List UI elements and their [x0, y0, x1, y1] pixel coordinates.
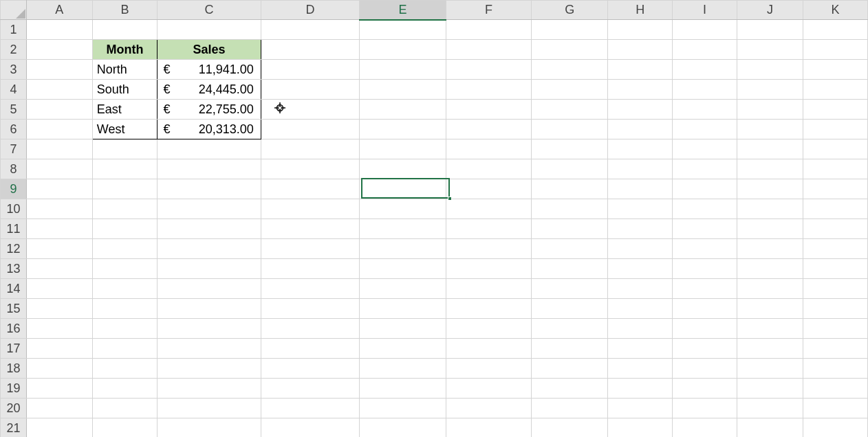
cell-k15[interactable] — [803, 299, 867, 319]
cell-d4[interactable] — [261, 80, 359, 100]
cell-k12[interactable] — [803, 239, 867, 259]
cell-i5[interactable] — [673, 100, 737, 120]
cell-a2[interactable] — [26, 40, 92, 60]
cell-j2[interactable] — [737, 40, 803, 60]
cell-g19[interactable] — [532, 379, 608, 399]
row-header-12[interactable]: 12 — [1, 239, 27, 259]
cell-k2[interactable] — [803, 40, 867, 60]
cell-e10[interactable] — [360, 199, 446, 219]
cell-i3[interactable] — [673, 60, 737, 80]
cell-c4[interactable]: €24,445.00 — [158, 80, 261, 100]
col-header-c[interactable]: C — [158, 1, 261, 20]
fill-handle[interactable] — [448, 197, 452, 201]
cell-c12[interactable] — [158, 239, 261, 259]
col-header-i[interactable]: I — [673, 1, 737, 20]
cell-h8[interactable] — [608, 159, 673, 179]
cell-a18[interactable] — [26, 359, 92, 379]
cell-i21[interactable] — [673, 418, 737, 438]
cell-h17[interactable] — [608, 339, 673, 359]
cell-f1[interactable] — [446, 20, 532, 40]
cell-j17[interactable] — [737, 339, 803, 359]
row-header-19[interactable]: 19 — [1, 379, 27, 399]
cell-e8[interactable] — [360, 159, 446, 179]
cell-g9[interactable] — [532, 179, 608, 199]
cell-k14[interactable] — [803, 279, 867, 299]
cell-d21[interactable] — [261, 418, 359, 438]
cell-i14[interactable] — [673, 279, 737, 299]
cell-e14[interactable] — [360, 279, 446, 299]
cell-f11[interactable] — [446, 219, 532, 239]
cell-i19[interactable] — [673, 379, 737, 399]
cell-h20[interactable] — [608, 399, 673, 418]
grid[interactable]: A B C D E F G H I J K 1 2 Month Sales 3 … — [0, 0, 868, 437]
row-header-5[interactable]: 5 — [1, 100, 27, 120]
cell-f16[interactable] — [446, 319, 532, 339]
cell-i6[interactable] — [673, 120, 737, 139]
cell-c9[interactable] — [158, 179, 261, 199]
cell-g6[interactable] — [532, 120, 608, 139]
cell-f8[interactable] — [446, 159, 532, 179]
cell-f3[interactable] — [446, 60, 532, 80]
row-header-20[interactable]: 20 — [1, 399, 27, 418]
cell-j14[interactable] — [737, 279, 803, 299]
cell-k11[interactable] — [803, 219, 867, 239]
cell-k20[interactable] — [803, 399, 867, 418]
cell-i1[interactable] — [673, 20, 737, 40]
cell-f21[interactable] — [446, 418, 532, 438]
cell-g7[interactable] — [532, 139, 608, 159]
cell-b10[interactable] — [92, 199, 158, 219]
cell-g21[interactable] — [532, 418, 608, 438]
cell-i9[interactable] — [673, 179, 737, 199]
cell-f15[interactable] — [446, 299, 532, 319]
row-header-8[interactable]: 8 — [1, 159, 27, 179]
cell-d16[interactable] — [261, 319, 359, 339]
cell-f19[interactable] — [446, 379, 532, 399]
row-header-4[interactable]: 4 — [1, 80, 27, 100]
cell-f7[interactable] — [446, 139, 532, 159]
cell-k9[interactable] — [803, 179, 867, 199]
cell-j19[interactable] — [737, 379, 803, 399]
cell-e19[interactable] — [360, 379, 446, 399]
row-header-21[interactable]: 21 — [1, 418, 27, 438]
col-header-d[interactable]: D — [261, 1, 359, 20]
cell-i20[interactable] — [673, 399, 737, 418]
cell-a19[interactable] — [26, 379, 92, 399]
cell-f14[interactable] — [446, 279, 532, 299]
cell-h12[interactable] — [608, 239, 673, 259]
cell-b13[interactable] — [92, 259, 158, 279]
cell-g17[interactable] — [532, 339, 608, 359]
cell-g1[interactable] — [532, 20, 608, 40]
cell-h1[interactable] — [608, 20, 673, 40]
cell-e5[interactable] — [360, 100, 446, 120]
cell-g11[interactable] — [532, 219, 608, 239]
cell-a21[interactable] — [26, 418, 92, 438]
cell-d17[interactable] — [261, 339, 359, 359]
cell-b9[interactable] — [92, 179, 158, 199]
cell-g2[interactable] — [532, 40, 608, 60]
cell-h7[interactable] — [608, 139, 673, 159]
cell-j20[interactable] — [737, 399, 803, 418]
cell-b18[interactable] — [92, 359, 158, 379]
cell-e12[interactable] — [360, 239, 446, 259]
cell-c3[interactable]: €11,941.00 — [158, 60, 261, 80]
cell-k13[interactable] — [803, 259, 867, 279]
cell-j1[interactable] — [737, 20, 803, 40]
cell-h2[interactable] — [608, 40, 673, 60]
col-header-g[interactable]: G — [532, 1, 608, 20]
cell-j3[interactable] — [737, 60, 803, 80]
cell-c7[interactable] — [158, 139, 261, 159]
col-header-h[interactable]: H — [608, 1, 673, 20]
cell-g5[interactable] — [532, 100, 608, 120]
cell-k10[interactable] — [803, 199, 867, 219]
col-header-e[interactable]: E — [360, 1, 446, 20]
cell-f13[interactable] — [446, 259, 532, 279]
cell-d6[interactable] — [261, 120, 359, 139]
cell-h11[interactable] — [608, 219, 673, 239]
cell-e4[interactable] — [360, 80, 446, 100]
cell-a3[interactable] — [26, 60, 92, 80]
cell-d9[interactable] — [261, 179, 359, 199]
cell-j16[interactable] — [737, 319, 803, 339]
cell-c18[interactable] — [158, 359, 261, 379]
cell-a14[interactable] — [26, 279, 92, 299]
cell-d20[interactable] — [261, 399, 359, 418]
